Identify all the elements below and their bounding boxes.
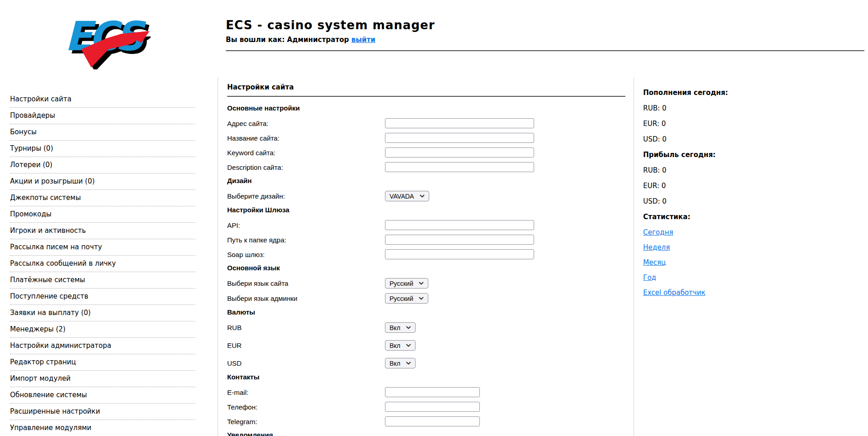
sidebar-item-label: Настройки сайта — [10, 95, 72, 103]
field-label: Путь к папке ядра: — [227, 236, 385, 244]
sidebar-item-label: Акции и розыгрыши (0) — [10, 177, 95, 185]
eur-select[interactable]: Вкл — [385, 340, 416, 351]
form-row: Путь к папке ядра: — [227, 235, 625, 245]
core-folder-path-input[interactable] — [385, 235, 534, 245]
sidebar-item[interactable]: Заявки на выплату (0) — [10, 305, 195, 321]
stats-link[interactable]: Месяц — [643, 258, 666, 267]
form-row: EUR Вкл — [227, 340, 625, 351]
sidebar-item-label: Игроки и активность — [10, 226, 86, 235]
stats-section-header: Статистика: — [643, 213, 868, 221]
usd-select[interactable]: Вкл — [385, 358, 416, 368]
stats-link[interactable]: Год — [643, 273, 656, 282]
select-value: VAVADA — [390, 193, 414, 200]
sidebar-item[interactable]: Управление модулями — [10, 420, 195, 436]
sidebar-item[interactable]: Промокоды — [10, 206, 195, 223]
form-row: Description сайта: — [227, 162, 625, 172]
select-value: Русский — [390, 280, 413, 287]
select-value: Вкл — [390, 360, 400, 367]
form-row: Выберите дизайн: VAVADA — [227, 191, 625, 201]
sidebar-item[interactable]: Настройки администратора — [10, 338, 195, 354]
sidebar-item[interactable]: Редактор страниц — [10, 354, 195, 371]
login-status: Вы вошли как: Администратор выйти — [226, 36, 864, 51]
sidebar-item[interactable]: Платёжные системы — [10, 272, 195, 289]
form-section-design: Дизайн — [227, 177, 625, 184]
login-label: Вы вошли как: Администратор — [226, 36, 349, 44]
logout-link[interactable]: выйти — [351, 36, 375, 44]
site-name-input[interactable] — [385, 133, 534, 143]
chevron-down-icon — [406, 362, 411, 365]
form-row: Soap шлюз: — [227, 249, 625, 259]
form-row: USD Вкл — [227, 358, 625, 368]
sidebar-item[interactable]: Обновление системы — [10, 387, 195, 404]
stats-value: RUB: 0 — [643, 166, 868, 174]
site-language-select[interactable]: Русский — [385, 278, 428, 289]
sidebar-item-label: Управление модулями — [10, 424, 91, 432]
sidebar-item[interactable]: Настройки сайта — [10, 91, 195, 108]
sidebar-item[interactable]: Акции и розыгрыши (0) — [10, 173, 195, 190]
form-row: Адрес сайта: — [227, 118, 625, 128]
design-select[interactable]: VAVADA — [385, 191, 429, 201]
sidebar-item[interactable]: Менеджеры (2) — [10, 321, 195, 338]
field-label: API: — [227, 221, 385, 229]
field-label: Выбери язык сайта — [227, 279, 385, 287]
field-label: EUR — [227, 341, 385, 349]
form-row: API: — [227, 220, 625, 230]
stats-link[interactable]: Неделя — [643, 243, 670, 252]
sidebar-item-label: Редактор страниц — [10, 358, 76, 366]
stats-value: RUB: 0 — [643, 104, 868, 112]
form-row: RUB Вкл — [227, 322, 625, 333]
sidebar-item-label: Провайдеры — [10, 111, 55, 120]
sidebar-item[interactable]: Поступление средств — [10, 289, 195, 305]
sidebar-item-label: Турниры (0) — [10, 144, 53, 152]
stats-value: EUR: 0 — [643, 120, 868, 128]
chevron-down-icon — [419, 282, 424, 285]
rub-select[interactable]: Вкл — [385, 322, 416, 333]
sidebar-item-label: Расширенные настройки — [10, 407, 100, 415]
sidebar-item[interactable]: Провайдеры — [10, 108, 195, 124]
sidebar-item-label: Настройки администратора — [10, 341, 111, 350]
sidebar-item[interactable]: Игроки и активность — [10, 223, 195, 239]
field-label: Название сайта: — [227, 134, 385, 142]
site-description-input[interactable] — [385, 162, 534, 172]
sidebar-item[interactable]: Лотереи (0) — [10, 157, 195, 173]
sidebar-item[interactable]: Импорт модулей — [10, 371, 195, 387]
sidebar-item[interactable]: Бонусы — [10, 124, 195, 141]
stats-value: USD: 0 — [643, 135, 868, 143]
select-value: Русский — [390, 295, 413, 302]
chevron-down-icon — [406, 344, 411, 347]
form-section-language: Основной язык — [227, 264, 625, 272]
site-keyword-input[interactable] — [385, 147, 534, 158]
form-section-currencies: Валюты — [227, 308, 625, 316]
stats-section-header: Пополнения сегодня: — [643, 89, 868, 97]
stats-link[interactable]: Сегодня — [643, 228, 673, 236]
ecs-logo: ECS ECS — [64, 5, 151, 69]
content: Настройки сайта Провайдеры Бонусы Турнир… — [0, 78, 868, 436]
field-label: Keyword сайта: — [227, 149, 385, 157]
form-row: Выбери язык админки Русский — [227, 293, 625, 304]
stats-value: EUR: 0 — [643, 182, 868, 190]
form-section-notifications: Уведомления — [227, 431, 625, 436]
admin-language-select[interactable]: Русский — [385, 293, 428, 304]
sidebar-item[interactable]: Рассылка сообщений в личку — [10, 256, 195, 272]
sidebar-item-label: Заявки на выплату (0) — [10, 309, 91, 317]
sidebar-item-label: Рассылка писем на почту — [10, 243, 102, 251]
phone-input[interactable] — [385, 402, 480, 412]
sidebar-item[interactable]: Рассылка писем на почту — [10, 239, 195, 256]
sidebar-item-label: Платёжные системы — [10, 276, 85, 284]
sidebar-item[interactable]: Турниры (0) — [10, 141, 195, 157]
sidebar-item-label: Промокоды — [10, 210, 52, 218]
main-panel: Настройки сайта Основные настройки Адрес… — [218, 78, 634, 436]
app-title: ECS - casino system manager — [226, 18, 864, 32]
sidebar-item[interactable]: Джекпоты системы — [10, 190, 195, 206]
settings-form: Основные настройки Адрес сайта: Название… — [227, 104, 625, 436]
site-address-input[interactable] — [385, 118, 534, 128]
sidebar-item[interactable]: Расширенные настройки — [10, 404, 195, 420]
telegram-input[interactable] — [385, 416, 480, 426]
sidebar-item-label: Обновление системы — [10, 391, 87, 399]
api-input[interactable] — [385, 220, 534, 230]
soap-gateway-input[interactable] — [385, 249, 534, 259]
form-row: Telegram: — [227, 416, 625, 426]
field-label: Адрес сайта: — [227, 120, 385, 127]
email-input[interactable] — [385, 387, 480, 397]
stats-link[interactable]: Excel обработчик — [643, 289, 705, 297]
